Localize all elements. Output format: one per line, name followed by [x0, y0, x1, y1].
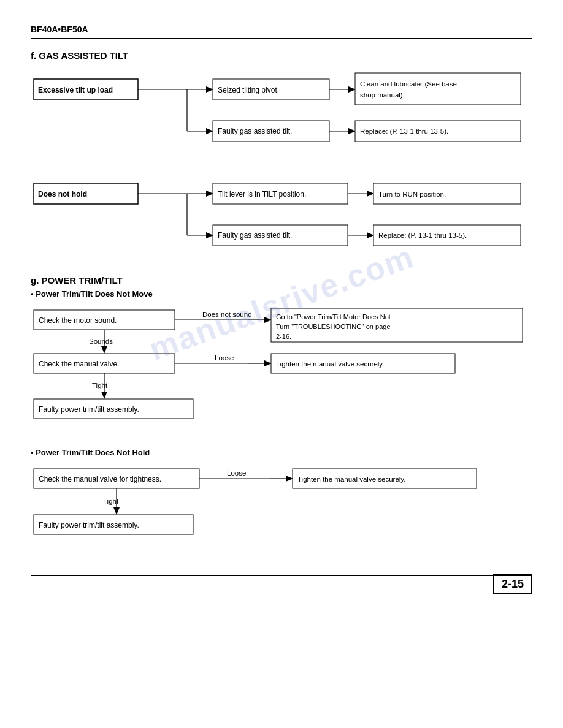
svg-marker-48	[286, 476, 293, 482]
action1a-text: Clean and lubricate: (See base	[360, 80, 457, 88]
svg-marker-43	[101, 392, 107, 399]
svg-marker-51	[113, 507, 120, 515]
step3-2-text: Check the manual valve.	[39, 360, 119, 368]
step4-2-text: Faulty power trim/tilt assembly.	[39, 521, 139, 529]
svg-marker-7	[348, 86, 356, 93]
diagram-does-not-hold: Does not hold Tilt lever is in TILT posi…	[31, 171, 532, 257]
step3-3-text: Faulty power trim/tilt assembly.	[39, 405, 139, 414]
cause2-text: Does not hold	[38, 190, 87, 199]
action4-text: Tighten the manual valve securely.	[297, 476, 405, 483]
condition1b-text: Faulty gas assisted tilt.	[218, 127, 292, 135]
action2a-text: Turn to RUN position.	[378, 191, 446, 198]
cause1-text: Excessive tilt up load	[38, 86, 113, 94]
diagram2-svg: Does not hold Tilt lever is in TILT posi…	[31, 171, 534, 257]
diagram-does-not-hold-power: Check the manual valve for tightness. Lo…	[31, 466, 532, 558]
svg-marker-10	[206, 128, 213, 134]
action3-text1: Go to "Power Trim/Tilt Motor Does Not	[276, 313, 391, 320]
svg-marker-25	[206, 232, 213, 238]
svg-marker-40	[264, 360, 272, 366]
step3-1-text: Check the motor sound.	[39, 316, 117, 325]
page: BF40A•BF50A f. GAS ASSISTED TILT manuals…	[0, 0, 563, 613]
diagram-does-not-move: Check the motor sound. Does not sound Go…	[31, 307, 532, 430]
page-number: 2-15	[493, 574, 532, 594]
step4-1-text: Check the manual valve for tightness.	[39, 475, 161, 483]
section-f-title: f. GAS ASSISTED TILT	[31, 50, 532, 61]
section-g-title: g. POWER TRIM/TILT	[31, 275, 532, 286]
action3-text3: 2-16.	[276, 333, 291, 340]
svg-marker-19	[206, 191, 213, 197]
svg-marker-36	[101, 346, 107, 354]
branch4-label: Loose	[227, 469, 246, 477]
condition2a-text: Tilt lever is in TILT position.	[218, 190, 306, 199]
diagram4-svg: Check the manual valve for tightness. Lo…	[31, 466, 534, 558]
action1a-text2: shop manual).	[360, 91, 405, 99]
bottom-border	[31, 575, 532, 576]
diagram3-svg: Check the motor sound. Does not sound Go…	[31, 307, 534, 430]
action3b-text: Tighten the manual valve securely.	[276, 360, 384, 368]
diagram1-svg: Excessive tilt up load Seized tilting pi…	[31, 67, 534, 153]
branch3b-label: Loose	[215, 354, 234, 362]
header-title: BF40A•BF50A	[31, 25, 532, 39]
sub1-title: • Power Trim/Tilt Does Not Move	[31, 289, 532, 298]
svg-marker-33	[264, 317, 272, 323]
svg-marker-22	[367, 191, 374, 197]
branch3-label: Does not sound	[202, 311, 252, 318]
tight2-label: Tight	[103, 498, 119, 505]
action3-text2: Turn "TROUBLESHOOTING" on page	[276, 323, 391, 330]
svg-marker-28	[367, 232, 374, 238]
svg-marker-4	[206, 86, 213, 93]
svg-rect-8	[355, 73, 521, 105]
action1b-text: Replace: (P. 13-1 thru 13-5).	[360, 127, 448, 135]
condition2b-text: Faulty gas assisted tilt.	[218, 231, 292, 240]
diagram-excessive-tilt: Excessive tilt up load Seized tilting pi…	[31, 67, 532, 153]
svg-marker-13	[348, 128, 356, 134]
sounds-label: Sounds	[89, 338, 113, 345]
tight-label: Tight	[92, 382, 108, 389]
sub2-title: • Power Trim/Tilt Does Not Hold	[31, 448, 532, 457]
action2b-text: Replace: (P. 13-1 thru 13-5).	[378, 232, 467, 239]
condition1a-text: Seized tilting pivot.	[218, 86, 279, 94]
